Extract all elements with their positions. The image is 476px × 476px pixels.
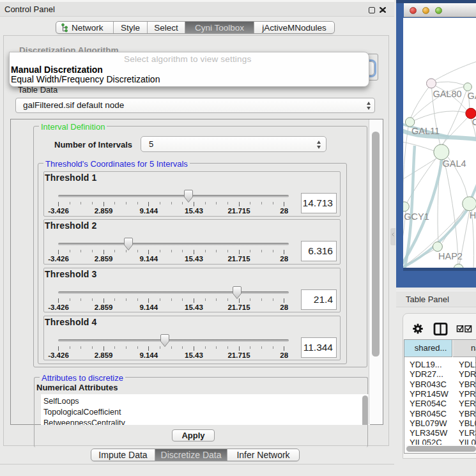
svg-text:GAL11: GAL11 bbox=[411, 126, 440, 136]
svg-text:H: H bbox=[470, 210, 476, 220]
svg-text:GAL80: GAL80 bbox=[433, 89, 461, 99]
svg-text:GCY1: GCY1 bbox=[404, 211, 429, 222]
svg-text:C: C bbox=[472, 117, 476, 127]
svg-text:HAP2: HAP2 bbox=[438, 251, 463, 261]
svg-text:GA: GA bbox=[468, 91, 476, 101]
svg-text:GAL4: GAL4 bbox=[442, 158, 466, 169]
